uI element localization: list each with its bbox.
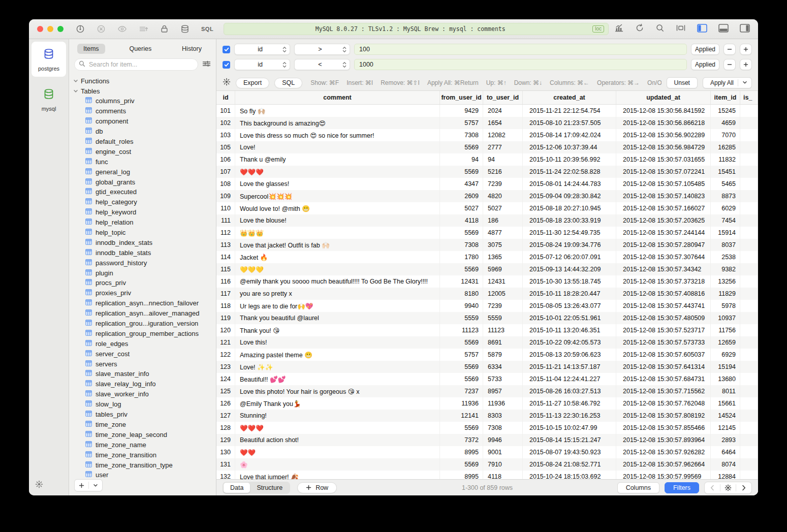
page-settings-gear-icon[interactable] <box>720 482 736 493</box>
table-row[interactable]: 105Love!556927772015-12-06 10:37:39.4420… <box>216 141 758 153</box>
sidebar-table-replication_asyn...nnection_failover[interactable]: replication_asyn...nnection_failover <box>73 298 216 308</box>
add-filter-button[interactable] <box>740 44 752 55</box>
next-page-button[interactable] <box>736 482 751 493</box>
tab-items[interactable]: Items <box>77 44 105 54</box>
add-item-menu-chevron[interactable] <box>89 480 103 491</box>
sidebar-table-slave_master_info[interactable]: slave_master_info <box>73 369 216 379</box>
table-row[interactable]: 128❤️❤️❤️556973082015-10-15 10:02:47.992… <box>216 422 758 434</box>
sidebar-table-servers[interactable]: servers <box>73 359 216 369</box>
preview-eye-icon[interactable] <box>117 24 127 34</box>
sidebar-table-user[interactable]: user <box>73 470 216 480</box>
table-row[interactable]: 127Stunning!1214183032015-11-13 22:30:16… <box>216 410 758 422</box>
filter-checkbox[interactable] <box>223 61 230 69</box>
table-row[interactable]: 122Amazing pastel theme 😬575758792015-08… <box>216 349 758 361</box>
table-row[interactable]: 115💛💛💛556959692015-09-13 14:44:32.209201… <box>216 263 758 275</box>
table-row[interactable]: 121Love this!556986912015-10-22 09:42:05… <box>216 336 758 349</box>
sidebar-table-time_zone[interactable]: time_zone <box>73 420 216 430</box>
sidebar-table-slow_log[interactable]: slow_log <box>73 399 216 410</box>
table-row[interactable]: 103Love this dress so much 😍 so nice for… <box>216 129 758 141</box>
table-row[interactable]: 126@Emily Thank you💃11936119362015-11-27… <box>216 397 758 410</box>
filter-operator-select[interactable]: > <box>294 44 350 55</box>
sidebar-table-gtid_executed[interactable]: gtid_executed <box>73 187 216 197</box>
sidebar-table-innodb_table_stats[interactable]: innodb_table_stats <box>73 247 216 258</box>
sidebar-table-time_zone_leap_second[interactable]: time_zone_leap_second <box>73 429 216 440</box>
filters-button[interactable]: Filters <box>665 482 699 493</box>
sidebar-table-component[interactable]: component <box>73 116 216 127</box>
table-row[interactable]: 131🌸556979102015-08-24 21:08:52.7712015-… <box>216 458 758 471</box>
sidebar-table-innodb_index_stats[interactable]: innodb_index_stats <box>73 237 216 247</box>
table-row[interactable]: 108Love the glasses!434772392015-08-01 1… <box>216 178 758 190</box>
sidebar-table-proxies_priv[interactable]: proxies_priv <box>73 288 216 298</box>
table-row[interactable]: 119Thank you beautiful @laurel5559555920… <box>216 312 758 324</box>
sidebar-table-func[interactable]: func <box>73 157 216 167</box>
table-row[interactable]: 110Would love to! @mith 😬502750272015-08… <box>216 202 758 214</box>
table-row[interactable]: 107❤️❤️❤️556952162015-11-24 22:02:58.828… <box>216 166 758 178</box>
chart-icon[interactable] <box>614 23 624 35</box>
column-header-comment[interactable]: comment <box>235 91 440 104</box>
sidebar-table-help_keyword[interactable]: help_keyword <box>73 207 216 217</box>
sidebar-table-db[interactable]: db <box>73 127 216 137</box>
sidebar-table-slave_relay_log_info[interactable]: slave_relay_log_info <box>73 379 216 389</box>
filter-operator-select[interactable]: < <box>294 59 350 70</box>
refresh-icon[interactable] <box>635 23 644 35</box>
table-row[interactable]: 124Beautiful!! 💕💕556957332015-11-04 12:2… <box>216 373 758 385</box>
sidebar-table-plugin[interactable]: plugin <box>73 268 216 278</box>
apply-all-chevron-icon[interactable] <box>742 79 747 86</box>
close-window-button[interactable] <box>37 26 43 32</box>
column-header-updated_at[interactable]: updated_at <box>616 91 711 104</box>
sidebar-table-replication_grou...iguration_version[interactable]: replication_grou...iguration_version <box>73 319 216 329</box>
filter-field-select[interactable]: id <box>234 44 290 55</box>
connection-postgres[interactable]: postgres <box>32 42 66 77</box>
sidebar-table-engine_cost[interactable]: engine_cost <box>73 146 216 157</box>
group-functions[interactable]: Functions <box>73 76 216 86</box>
sidebar-table-general_log[interactable]: general_log <box>73 167 216 177</box>
sidebar-table-replication_group_member_actions[interactable]: replication_group_member_actions <box>73 328 216 338</box>
table-row[interactable]: 109Supercool💥💥💥260948202015-09-04 09:28:… <box>216 190 758 202</box>
sidebar-table-comments[interactable]: comments <box>73 106 216 116</box>
minimize-window-button[interactable] <box>47 26 53 32</box>
sidebar-table-replication_asyn...ailover_managed[interactable]: replication_asyn...ailover_managed <box>73 308 216 319</box>
sidebar-table-server_cost[interactable]: server_cost <box>73 349 216 359</box>
table-row[interactable]: 129Beautiful action shot!737299462015-08… <box>216 434 758 446</box>
filter-settings-gear-icon[interactable] <box>223 78 231 88</box>
sidebar-table-default_roles[interactable]: default_roles <box>73 137 216 147</box>
table-row[interactable]: 125Love this photo! Your hair is gorgeou… <box>216 385 758 397</box>
column-header-id[interactable]: id <box>216 91 235 104</box>
export-button[interactable]: Export <box>236 78 269 88</box>
group-tables[interactable]: Tables <box>73 86 216 96</box>
connection-mysql[interactable]: mysql <box>29 88 69 112</box>
item-search[interactable] <box>74 58 198 71</box>
commit-list-icon[interactable] <box>139 24 148 34</box>
sidebar-table-slave_worker_info[interactable]: slave_worker_info <box>73 389 216 399</box>
sidebar-table-time_zone_name[interactable]: time_zone_name <box>73 440 216 450</box>
remove-filter-button[interactable] <box>723 59 736 70</box>
filter-applied-button[interactable]: Applied <box>691 44 719 55</box>
table-row[interactable]: 117you are so pretty x8180120052015-10-1… <box>216 288 758 300</box>
connection-status-icon[interactable] <box>76 24 85 34</box>
unset-button[interactable]: Unset <box>667 77 698 88</box>
filter-applied-button[interactable]: Applied <box>691 59 719 70</box>
tab-data[interactable]: Data <box>224 483 250 493</box>
table-row[interactable]: 123Love! ✨✨556963342015-11-21 14:13:57.1… <box>216 361 758 373</box>
filter-checkbox[interactable] <box>223 46 230 53</box>
table-row[interactable]: 112👑👑👑556948772015-11-30 12:54:49.735201… <box>216 227 758 239</box>
toggle-right-panel-icon[interactable] <box>740 24 750 35</box>
tab-queries[interactable]: Queries <box>123 44 158 54</box>
column-header-to_user_id[interactable]: to_user_id <box>483 91 523 104</box>
table-row[interactable]: 101So fly 🙌🏼942920242015-11-21 22:12:54.… <box>216 105 758 117</box>
sidebar-table-help_relation[interactable]: help_relation <box>73 217 216 228</box>
filter-field-select[interactable]: id <box>234 59 290 70</box>
sidebar-table-columns_priv[interactable]: columns_priv <box>73 96 216 106</box>
disconnect-icon[interactable] <box>97 24 106 34</box>
center-layout-icon[interactable] <box>676 23 686 35</box>
sidebar-table-time_zone_transition_type[interactable]: time_zone_transition_type <box>73 460 216 470</box>
sidebar-table-global_grants[interactable]: global_grants <box>73 177 216 187</box>
sidebar-table-help_category[interactable]: help_category <box>73 197 216 207</box>
table-row[interactable]: 130❤️❤️899590012015-08-07 19:43:50.92320… <box>216 446 758 458</box>
toggle-left-sidebar-icon[interactable] <box>697 24 707 35</box>
sql-editor-icon[interactable]: SQL <box>201 26 213 32</box>
search-input[interactable] <box>88 60 194 69</box>
sidebar-table-password_history[interactable]: password_history <box>73 258 216 268</box>
tab-structure[interactable]: Structure <box>250 483 289 493</box>
toggle-bottom-panel-icon[interactable] <box>718 24 729 35</box>
